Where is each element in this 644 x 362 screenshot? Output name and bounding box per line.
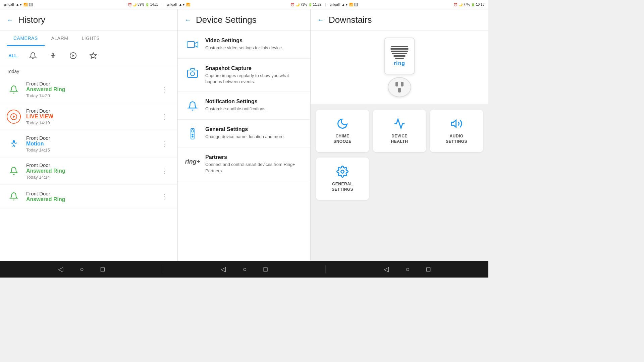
settings-desc-snapshot: Capture images regularly to show you wha… [205, 73, 302, 85]
nav-recent-2[interactable]: □ [264, 265, 268, 273]
general-settings-label: GENERALSETTINGS [332, 182, 353, 192]
svg-rect-7 [187, 42, 195, 48]
hist-device-5: Front Door [26, 191, 159, 196]
carrier-2: giffgaff ▲▼ 📶 [167, 3, 191, 6]
settings-desc-partners: Connect and control smart devices from R… [205, 162, 302, 174]
history-item-5[interactable]: Front Door Answered Ring ⋮ [0, 185, 177, 208]
svg-point-0 [53, 53, 54, 55]
history-title: History [18, 15, 45, 25]
nav-back-2[interactable]: ◁ [221, 265, 226, 273]
panel-downstairs: ← Downstairs ring [311, 9, 488, 261]
chime-line-1 [391, 46, 408, 47]
svg-marker-3 [90, 53, 96, 58]
filter-play[interactable] [67, 50, 79, 62]
filter-all[interactable]: ALL [7, 50, 19, 62]
settings-header: ← Device Settings [178, 9, 310, 31]
settings-desc-general: Change device name, location and more. [205, 134, 285, 140]
hist-event-1: Answered Ring [26, 86, 159, 93]
hist-more-1[interactable]: ⋮ [159, 84, 171, 95]
hist-more-4[interactable]: ⋮ [159, 166, 171, 176]
plug-slot-left [395, 82, 398, 86]
nav-segment-3: ◁ ○ □ [326, 265, 488, 273]
audio-settings-button[interactable]: AUDIOSETTINGS [430, 110, 483, 152]
svg-point-10 [191, 72, 195, 76]
settings-desc-video: Customise video settings for this device… [205, 45, 283, 51]
tab-cameras[interactable]: CAMERAS [7, 31, 45, 46]
nav-home-2[interactable]: ○ [243, 265, 247, 273]
settings-item-notification[interactable]: Notification Settings Customise audible … [178, 92, 310, 120]
hist-content-4: Front Door Answered Ring Today 14:14 [26, 162, 159, 180]
svg-marker-8 [195, 42, 198, 47]
nav-back-1[interactable]: ◁ [58, 265, 63, 273]
settings-text-notification: Notification Settings Customise audible … [205, 99, 267, 112]
nav-home-3[interactable]: ○ [406, 265, 410, 273]
device-preview: ring [311, 31, 488, 104]
chime-snooze-button[interactable]: CHIMESNOOZE [316, 110, 369, 152]
settings-title-general: General Settings [205, 126, 285, 132]
ring-logo: ring [394, 60, 405, 66]
status-segment-1: giffgaff ▲▼ 📶 🔲 ⏰ 🌙 59% 🔋 14:25 [0, 3, 163, 6]
carrier-3: giffgaff ▲▼ 📶 🔲 [330, 3, 358, 6]
settings-desc-notification: Customise audible notifications. [205, 106, 267, 112]
plug-slot-right [401, 82, 404, 86]
health-icon [393, 118, 406, 130]
history-back-button[interactable]: ← [7, 16, 13, 24]
history-header: ← History [0, 9, 177, 31]
general-settings-button[interactable]: GENERALSETTINGS [316, 158, 369, 200]
history-item-3[interactable]: Front Door Motion Today 14:15 ⋮ [0, 130, 177, 158]
chime-line-5 [393, 55, 406, 57]
settings-item-partners[interactable]: ring+ Partners Connect and control smart… [178, 147, 310, 181]
filter-motion[interactable] [47, 50, 59, 62]
settings-item-video[interactable]: Video Settings Customise video settings … [178, 31, 310, 59]
hist-device-1: Front Door [26, 81, 159, 86]
hist-content-2: Front Door LIVE VIEW Today 14:19 [26, 108, 159, 125]
hist-more-5[interactable]: ⋮ [159, 191, 171, 202]
plug-slots [395, 82, 404, 86]
settings-item-general[interactable]: General Settings Change device name, loc… [178, 120, 310, 147]
filter-star[interactable] [87, 50, 99, 62]
hist-icon-ring-1 [7, 82, 21, 97]
hist-time-2: Today 14:19 [26, 120, 159, 125]
nav-home-1[interactable]: ○ [80, 265, 84, 273]
nav-recent-3[interactable]: □ [426, 265, 430, 273]
chime-line-4 [392, 53, 407, 54]
settings-back-button[interactable]: ← [184, 16, 191, 24]
filter-row: ALL [0, 46, 177, 65]
hist-event-4: Answered Ring [26, 168, 159, 174]
device-health-label: DEVICEHEALTH [391, 134, 408, 144]
hist-event-3: Motion [26, 141, 159, 147]
nav-recent-1[interactable]: □ [101, 265, 105, 273]
downstairs-back-button[interactable]: ← [317, 16, 324, 24]
nav-back-3[interactable]: ◁ [384, 265, 389, 273]
settings-title-video: Video Settings [205, 38, 283, 44]
history-item-2[interactable]: Front Door LIVE VIEW Today 14:19 ⋮ [0, 103, 177, 130]
notification-icon [186, 99, 199, 113]
settings-item-snapshot[interactable]: Snapshot Capture Capture images regularl… [178, 59, 310, 92]
hist-device-4: Front Door [26, 162, 159, 168]
hist-more-2[interactable]: ⋮ [159, 111, 171, 122]
tab-alarm[interactable]: ALARM [45, 31, 75, 46]
filter-bell[interactable] [27, 50, 39, 62]
general-icon [186, 127, 199, 140]
ring-device: ring [384, 38, 415, 97]
settings-text-general: General Settings Change device name, loc… [205, 126, 285, 140]
chime-lines [390, 46, 409, 59]
video-icon [186, 38, 199, 52]
section-today: Today [0, 65, 177, 76]
history-item-1[interactable]: Front Door Answered Ring Today 14:20 ⋮ [0, 76, 177, 103]
hist-more-3[interactable]: ⋮ [159, 138, 171, 149]
time-3: ⏰ 🌙 77% 🔋 10:15 [453, 3, 484, 6]
chime-snooze-label: CHIMESNOOZE [333, 134, 352, 144]
device-health-button[interactable]: DEVICEHEALTH [373, 110, 426, 152]
status-bar: giffgaff ▲▼ 📶 🔲 ⏰ 🌙 59% 🔋 14:25 giffgaff… [0, 0, 488, 9]
tab-lights[interactable]: LIGHTS [75, 31, 106, 46]
device-options-grid: CHIMESNOOZE DEVICEHEALTH [311, 104, 488, 158]
hist-content-1: Front Door Answered Ring Today 14:20 [26, 81, 159, 98]
history-list: Front Door Answered Ring Today 14:20 ⋮ F… [0, 76, 177, 261]
hist-icon-motion [7, 137, 21, 151]
svg-point-13 [192, 134, 193, 135]
audio-settings-label: AUDIOSETTINGS [446, 134, 467, 144]
history-item-4[interactable]: Front Door Answered Ring Today 14:14 ⋮ [0, 158, 177, 185]
ring-plug [388, 77, 411, 97]
time-2: ⏰ 🌙 73% 🔋 11:29 [290, 3, 321, 6]
